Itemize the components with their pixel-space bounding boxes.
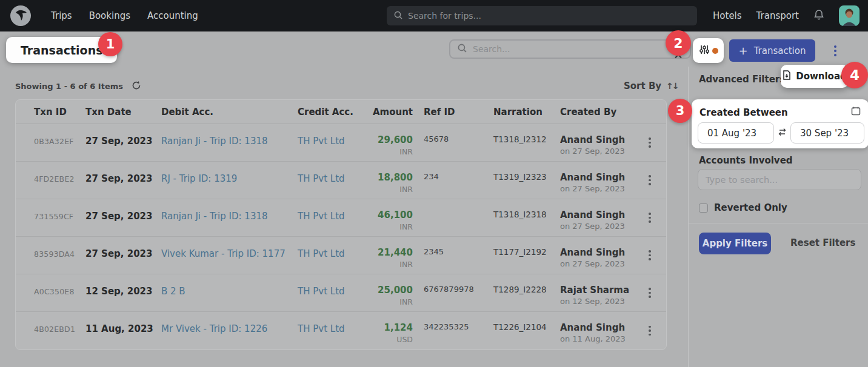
download-menu-item[interactable]: Download	[781, 65, 849, 88]
txn-id: A0C350E8	[34, 274, 85, 311]
col-txn-id: Txn ID	[34, 100, 85, 124]
filter-active-dot	[712, 48, 718, 54]
col-created-by: Created By	[560, 100, 641, 124]
tour-step-4-badge: 4	[841, 62, 868, 88]
tour-step-3-badge: 3	[668, 99, 692, 123]
col-txn-date: Txn Date	[85, 100, 161, 124]
global-search-input[interactable]: Search for trips...	[387, 6, 697, 25]
debit-account-link[interactable]: Ranjan Ji - Trip ID: 1318	[161, 199, 298, 236]
apply-filters-button[interactable]: Apply Filters	[699, 233, 771, 254]
credit-account-link[interactable]: TH Pvt Ltd	[298, 237, 369, 274]
reverted-only-checkbox[interactable]	[699, 203, 708, 213]
calendar-icon[interactable]	[851, 106, 861, 118]
created-on-date: on 27 Sep, 2023	[560, 147, 641, 156]
narration: T1226_I2104	[493, 312, 560, 349]
reset-filters-button[interactable]: Reset Filters	[790, 237, 855, 248]
created-by-name: Anand Singh	[560, 247, 641, 258]
notification-bell-icon[interactable]	[813, 9, 824, 23]
global-search-placeholder: Search for trips...	[408, 11, 481, 21]
narration: T1289_I2228	[493, 274, 560, 311]
table-row[interactable]: 731559CF 27 Sep, 2023 Ranjan Ji - Trip I…	[16, 199, 666, 237]
nav-item-accounting[interactable]: Accounting	[147, 10, 198, 21]
nav-item-transport[interactable]: Transport	[756, 10, 799, 21]
created-on-date: on 12 Sep, 2023	[560, 297, 641, 306]
search-icon	[394, 10, 402, 22]
download-file-icon	[783, 70, 791, 82]
table-header-row: Txn ID Txn Date Debit Acc. Credit Acc. A…	[16, 100, 666, 124]
txn-date: 27 Sep, 2023	[85, 124, 161, 161]
currency: INR	[369, 222, 413, 231]
more-actions-menu-button[interactable]	[828, 39, 843, 62]
credit-account-link[interactable]: TH Pvt Ltd	[298, 274, 369, 311]
amount: 21,440	[369, 247, 413, 258]
created-on-date: on 27 Sep, 2023	[560, 259, 641, 268]
amount: 25,000	[369, 285, 413, 296]
created-by-name: Anand Singh	[560, 172, 641, 183]
table-row[interactable]: 4FD2EBE2 27 Sep, 2023 RJ - Trip ID: 1319…	[16, 162, 666, 199]
advanced-filters-title: Advanced Filters	[699, 74, 785, 85]
brand-logo-icon[interactable]	[10, 5, 32, 27]
txn-date: 27 Sep, 2023	[85, 162, 161, 199]
created-by-name: Anand Singh	[560, 134, 641, 145]
row-actions-menu[interactable]	[641, 199, 659, 236]
col-amount: Amount	[369, 100, 413, 124]
nav-item-trips[interactable]: Trips	[51, 10, 72, 21]
txn-id: 731559CF	[34, 199, 85, 236]
narration: T1319_I2323	[493, 162, 560, 199]
currency: INR	[369, 297, 413, 306]
accounts-involved-input[interactable]	[698, 169, 861, 190]
row-actions-menu[interactable]	[641, 124, 659, 161]
credit-account-link[interactable]: TH Pvt Ltd	[298, 199, 369, 236]
nav-item-bookings[interactable]: Bookings	[89, 10, 130, 21]
row-actions-menu[interactable]	[641, 312, 659, 349]
narration: T1318_I2318	[493, 199, 560, 236]
debit-account-link[interactable]: Mr Vivek - Trip ID: 1226	[161, 312, 298, 349]
debit-account-link[interactable]: Ranjan Ji - Trip ID: 1318	[161, 124, 298, 161]
nav-item-hotels[interactable]: Hotels	[713, 10, 742, 21]
date-to-input[interactable]	[790, 122, 864, 144]
table-row[interactable]: 83593DA4 27 Sep, 2023 Vivek Kumar - Trip…	[16, 237, 666, 274]
date-from-input[interactable]	[698, 122, 774, 144]
credit-account-link[interactable]: TH Pvt Ltd	[298, 162, 369, 199]
table-row[interactable]: 0B3A32EF 27 Sep, 2023 Ranjan Ji - Trip I…	[16, 124, 666, 162]
row-actions-menu[interactable]	[641, 162, 659, 199]
swap-dates-icon[interactable]	[778, 127, 787, 139]
ref-id: 234	[413, 162, 493, 199]
sort-by-label: Sort By	[624, 81, 661, 91]
advanced-filters-button[interactable]	[693, 38, 724, 63]
add-transaction-button[interactable]: + Transaction	[729, 39, 815, 62]
txn-date: 27 Sep, 2023	[85, 199, 161, 236]
amount: 46,100	[369, 210, 413, 220]
accounts-involved-label: Accounts Involved	[699, 155, 793, 166]
ref-id: 2345	[413, 237, 493, 274]
txn-date: 11 Aug, 2023	[85, 312, 161, 349]
ref-id: 342235325	[413, 312, 493, 349]
row-actions-menu[interactable]	[641, 237, 659, 274]
table-row[interactable]: 4B02EBD1 11 Aug, 2023 Mr Vivek - Trip ID…	[16, 312, 666, 349]
row-actions-menu[interactable]	[641, 274, 659, 311]
transactions-search[interactable]	[449, 39, 691, 59]
refresh-icon[interactable]	[132, 81, 141, 92]
col-credit-acc: Credit Acc.	[298, 100, 369, 124]
narration: T1177_I2192	[493, 237, 560, 274]
reverted-only-label: Reverted Only	[714, 202, 787, 213]
app-screen: Trips Bookings Accounting Search for tri…	[0, 0, 868, 367]
sort-by-control[interactable]: Sort By ↑↓	[624, 81, 678, 91]
created-on-date: on 11 Aug, 2023	[560, 334, 641, 343]
debit-account-link[interactable]: B 2 B	[161, 274, 298, 311]
user-avatar[interactable]	[839, 5, 860, 26]
created-by-name: Rajat Sharma	[560, 285, 641, 296]
txn-id: 4B02EBD1	[34, 312, 85, 349]
col-narration: Narration	[493, 100, 560, 124]
sort-arrows-icon: ↑↓	[666, 81, 678, 91]
credit-account-link[interactable]: TH Pvt Ltd	[298, 124, 369, 161]
created-by-name: Anand Singh	[560, 322, 641, 333]
transactions-search-input[interactable]	[473, 44, 655, 54]
table-row[interactable]: A0C350E8 12 Sep, 2023 B 2 B TH Pvt Ltd 2…	[16, 274, 666, 312]
credit-account-link[interactable]: TH Pvt Ltd	[298, 312, 369, 349]
panel-divider	[689, 223, 868, 223]
debit-account-link[interactable]: Vivek Kumar - Trip ID: 1177	[161, 237, 298, 274]
created-by-name: Anand Singh	[560, 210, 641, 220]
debit-account-link[interactable]: RJ - Trip ID: 1319	[161, 162, 298, 199]
search-icon	[458, 44, 467, 55]
